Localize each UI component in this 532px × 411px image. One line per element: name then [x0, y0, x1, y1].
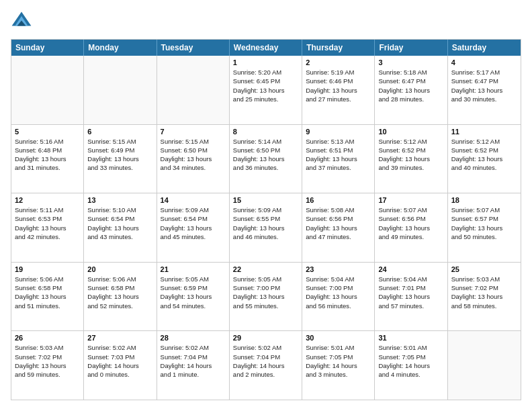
day-number: 29: [233, 334, 298, 342]
day-cell-27: 27Sunrise: 5:02 AM Sunset: 7:03 PM Dayli…: [84, 331, 157, 400]
day-number: 22: [233, 265, 298, 273]
day-header-wednesday: Wednesday: [230, 40, 302, 56]
empty-cell: [448, 331, 521, 400]
day-number: 31: [378, 334, 443, 342]
day-cell-18: 18Sunrise: 5:07 AM Sunset: 6:57 PM Dayli…: [448, 193, 521, 262]
day-number: 24: [378, 265, 443, 273]
logo-icon: [11, 11, 32, 32]
day-cell-24: 24Sunrise: 5:04 AM Sunset: 7:01 PM Dayli…: [375, 263, 447, 331]
day-header-monday: Monday: [84, 40, 157, 56]
day-info: Sunrise: 5:02 AM Sunset: 7:04 PM Dayligh…: [161, 343, 226, 379]
day-header-tuesday: Tuesday: [157, 40, 230, 56]
week-row-1: 1Sunrise: 5:20 AM Sunset: 6:45 PM Daylig…: [11, 56, 521, 125]
week-row-5: 26Sunrise: 5:03 AM Sunset: 7:02 PM Dayli…: [11, 331, 521, 400]
day-number: 15: [233, 196, 298, 204]
day-info: Sunrise: 5:11 AM Sunset: 6:53 PM Dayligh…: [15, 205, 80, 241]
week-row-2: 5Sunrise: 5:16 AM Sunset: 6:48 PM Daylig…: [11, 125, 521, 194]
day-info: Sunrise: 5:12 AM Sunset: 6:52 PM Dayligh…: [378, 137, 443, 173]
day-info: Sunrise: 5:18 AM Sunset: 6:47 PM Dayligh…: [378, 68, 443, 103]
day-number: 28: [161, 334, 226, 342]
day-cell-17: 17Sunrise: 5:07 AM Sunset: 6:56 PM Dayli…: [375, 193, 447, 262]
day-cell-14: 14Sunrise: 5:09 AM Sunset: 6:54 PM Dayli…: [157, 193, 230, 262]
day-info: Sunrise: 5:20 AM Sunset: 6:45 PM Dayligh…: [233, 68, 298, 103]
day-info: Sunrise: 5:06 AM Sunset: 6:58 PM Dayligh…: [15, 275, 80, 310]
day-cell-19: 19Sunrise: 5:06 AM Sunset: 6:58 PM Dayli…: [11, 263, 84, 331]
day-header-saturday: Saturday: [448, 40, 521, 56]
day-number: 7: [161, 128, 226, 136]
day-info: Sunrise: 5:03 AM Sunset: 7:02 PM Dayligh…: [451, 275, 517, 310]
day-info: Sunrise: 5:15 AM Sunset: 6:49 PM Dayligh…: [87, 137, 152, 173]
week-row-3: 12Sunrise: 5:11 AM Sunset: 6:53 PM Dayli…: [11, 193, 521, 263]
day-cell-23: 23Sunrise: 5:04 AM Sunset: 7:00 PM Dayli…: [302, 263, 375, 331]
day-info: Sunrise: 5:01 AM Sunset: 7:05 PM Dayligh…: [378, 343, 443, 379]
day-number: 30: [306, 334, 371, 342]
day-cell-13: 13Sunrise: 5:10 AM Sunset: 6:54 PM Dayli…: [84, 193, 157, 262]
day-number: 3: [378, 58, 443, 66]
day-number: 9: [306, 128, 371, 136]
day-cell-6: 6Sunrise: 5:15 AM Sunset: 6:49 PM Daylig…: [84, 125, 157, 193]
day-cell-2: 2Sunrise: 5:19 AM Sunset: 6:46 PM Daylig…: [302, 56, 375, 124]
day-info: Sunrise: 5:09 AM Sunset: 6:55 PM Dayligh…: [233, 205, 298, 241]
day-info: Sunrise: 5:07 AM Sunset: 6:57 PM Dayligh…: [451, 205, 517, 241]
day-info: Sunrise: 5:17 AM Sunset: 6:47 PM Dayligh…: [451, 68, 517, 103]
day-cell-29: 29Sunrise: 5:02 AM Sunset: 7:04 PM Dayli…: [230, 331, 302, 400]
day-header-thursday: Thursday: [302, 40, 375, 56]
day-number: 17: [378, 196, 443, 204]
day-cell-10: 10Sunrise: 5:12 AM Sunset: 6:52 PM Dayli…: [375, 125, 447, 193]
day-info: Sunrise: 5:07 AM Sunset: 6:56 PM Dayligh…: [378, 205, 443, 241]
calendar-body: 1Sunrise: 5:20 AM Sunset: 6:45 PM Daylig…: [11, 56, 521, 400]
day-cell-8: 8Sunrise: 5:14 AM Sunset: 6:50 PM Daylig…: [230, 125, 302, 193]
day-number: 2: [306, 58, 371, 66]
week-row-4: 19Sunrise: 5:06 AM Sunset: 6:58 PM Dayli…: [11, 263, 521, 332]
day-info: Sunrise: 5:01 AM Sunset: 7:05 PM Dayligh…: [306, 343, 371, 379]
day-number: 25: [451, 265, 517, 273]
day-cell-7: 7Sunrise: 5:15 AM Sunset: 6:50 PM Daylig…: [157, 125, 230, 193]
day-number: 6: [87, 128, 152, 136]
day-cell-26: 26Sunrise: 5:03 AM Sunset: 7:02 PM Dayli…: [11, 331, 84, 400]
day-info: Sunrise: 5:13 AM Sunset: 6:51 PM Dayligh…: [306, 137, 371, 173]
day-cell-12: 12Sunrise: 5:11 AM Sunset: 6:53 PM Dayli…: [11, 193, 84, 262]
day-cell-16: 16Sunrise: 5:08 AM Sunset: 6:56 PM Dayli…: [302, 193, 375, 262]
day-cell-25: 25Sunrise: 5:03 AM Sunset: 7:02 PM Dayli…: [448, 263, 521, 331]
day-info: Sunrise: 5:08 AM Sunset: 6:56 PM Dayligh…: [306, 205, 371, 241]
day-info: Sunrise: 5:12 AM Sunset: 6:52 PM Dayligh…: [451, 137, 517, 173]
day-info: Sunrise: 5:10 AM Sunset: 6:54 PM Dayligh…: [87, 205, 152, 241]
day-number: 20: [87, 265, 152, 273]
header: [11, 11, 521, 32]
day-number: 10: [378, 128, 443, 136]
day-info: Sunrise: 5:15 AM Sunset: 6:50 PM Dayligh…: [161, 137, 226, 173]
logo: [11, 11, 35, 32]
day-cell-22: 22Sunrise: 5:05 AM Sunset: 7:00 PM Dayli…: [230, 263, 302, 331]
day-cell-20: 20Sunrise: 5:06 AM Sunset: 6:58 PM Dayli…: [84, 263, 157, 331]
page: SundayMondayTuesdayWednesdayThursdayFrid…: [0, 0, 532, 411]
day-number: 19: [15, 265, 80, 273]
day-info: Sunrise: 5:06 AM Sunset: 6:58 PM Dayligh…: [87, 275, 152, 310]
day-number: 16: [306, 196, 371, 204]
day-header-friday: Friday: [375, 40, 447, 56]
day-number: 26: [15, 334, 80, 342]
empty-cell: [84, 56, 157, 124]
day-number: 14: [161, 196, 226, 204]
day-cell-30: 30Sunrise: 5:01 AM Sunset: 7:05 PM Dayli…: [302, 331, 375, 400]
calendar: SundayMondayTuesdayWednesdayThursdayFrid…: [11, 39, 521, 400]
day-info: Sunrise: 5:03 AM Sunset: 7:02 PM Dayligh…: [15, 343, 80, 379]
day-cell-21: 21Sunrise: 5:05 AM Sunset: 6:59 PM Dayli…: [157, 263, 230, 331]
day-number: 27: [87, 334, 152, 342]
day-info: Sunrise: 5:05 AM Sunset: 7:00 PM Dayligh…: [233, 275, 298, 310]
day-info: Sunrise: 5:04 AM Sunset: 7:00 PM Dayligh…: [306, 275, 371, 310]
day-info: Sunrise: 5:14 AM Sunset: 6:50 PM Dayligh…: [233, 137, 298, 173]
day-info: Sunrise: 5:02 AM Sunset: 7:04 PM Dayligh…: [233, 343, 298, 379]
day-info: Sunrise: 5:04 AM Sunset: 7:01 PM Dayligh…: [378, 275, 443, 310]
empty-cell: [11, 56, 84, 124]
day-cell-3: 3Sunrise: 5:18 AM Sunset: 6:47 PM Daylig…: [375, 56, 447, 124]
day-number: 12: [15, 196, 80, 204]
day-cell-15: 15Sunrise: 5:09 AM Sunset: 6:55 PM Dayli…: [230, 193, 302, 262]
calendar-header: SundayMondayTuesdayWednesdayThursdayFrid…: [11, 40, 521, 56]
day-info: Sunrise: 5:19 AM Sunset: 6:46 PM Dayligh…: [306, 68, 371, 103]
day-info: Sunrise: 5:16 AM Sunset: 6:48 PM Dayligh…: [15, 137, 80, 173]
empty-cell: [157, 56, 230, 124]
day-cell-11: 11Sunrise: 5:12 AM Sunset: 6:52 PM Dayli…: [448, 125, 521, 193]
day-info: Sunrise: 5:02 AM Sunset: 7:03 PM Dayligh…: [87, 343, 152, 379]
day-cell-4: 4Sunrise: 5:17 AM Sunset: 6:47 PM Daylig…: [448, 56, 521, 124]
day-cell-9: 9Sunrise: 5:13 AM Sunset: 6:51 PM Daylig…: [302, 125, 375, 193]
